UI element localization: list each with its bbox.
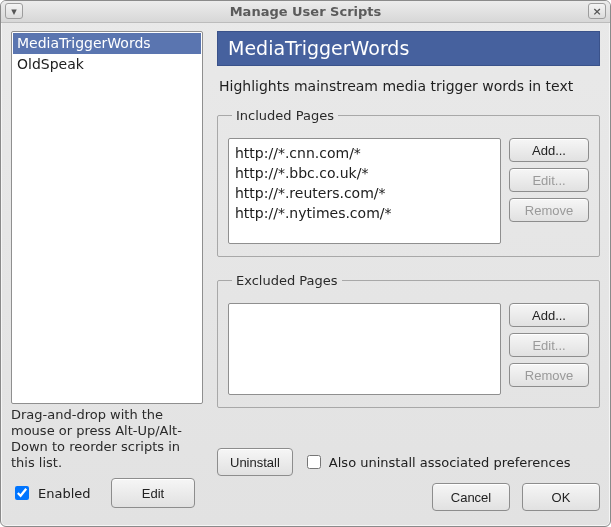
manage-user-scripts-window: ▾ Manage User Scripts × MediaTriggerWord… [0,0,611,527]
excluded-pages-list[interactable] [228,303,501,395]
window-title: Manage User Scripts [230,4,382,19]
excluded-pages-group: Excluded Pages Add... Edit... Remove [217,273,600,408]
excluded-pages-legend: Excluded Pages [232,273,342,288]
included-add-button[interactable]: Add... [509,138,589,162]
also-uninstall-checkbox[interactable] [307,455,321,469]
also-uninstall-row[interactable]: Also uninstall associated preferences [303,452,571,472]
cancel-button[interactable]: Cancel [432,483,510,511]
excluded-edit-button: Edit... [509,333,589,357]
minimize-icon[interactable]: ▾ [5,3,23,19]
included-pages-group: Included Pages http://*.cnn.com/* http:/… [217,108,600,257]
excluded-add-button[interactable]: Add... [509,303,589,327]
uninstall-button[interactable]: Uninstall [217,448,293,476]
also-uninstall-label: Also uninstall associated preferences [329,455,571,470]
enabled-checkbox[interactable] [15,486,29,500]
included-pages-legend: Included Pages [232,108,338,123]
ok-button[interactable]: OK [522,483,600,511]
excluded-remove-button: Remove [509,363,589,387]
close-icon[interactable]: × [588,3,606,19]
list-item[interactable]: http://*.cnn.com/* [235,143,494,163]
reorder-hint: Drag-and-drop with the mouse or press Al… [11,407,203,471]
script-list-item[interactable]: MediaTriggerWords [13,33,201,54]
included-remove-button: Remove [509,198,589,222]
included-pages-list[interactable]: http://*.cnn.com/* http://*.bbc.co.uk/* … [228,138,501,244]
list-item[interactable]: http://*.reuters.com/* [235,183,494,203]
edit-script-button[interactable]: Edit [111,478,195,508]
enabled-label: Enabled [38,486,91,501]
script-list[interactable]: MediaTriggerWords OldSpeak [11,31,203,404]
list-item[interactable]: http://*.nytimes.com/* [235,203,494,223]
script-title: MediaTriggerWords [217,31,600,66]
titlebar[interactable]: ▾ Manage User Scripts × [1,1,610,23]
included-edit-button: Edit... [509,168,589,192]
list-item[interactable]: http://*.bbc.co.uk/* [235,163,494,183]
script-list-item[interactable]: OldSpeak [13,54,201,75]
script-description: Highlights mainstream media trigger word… [219,78,598,94]
